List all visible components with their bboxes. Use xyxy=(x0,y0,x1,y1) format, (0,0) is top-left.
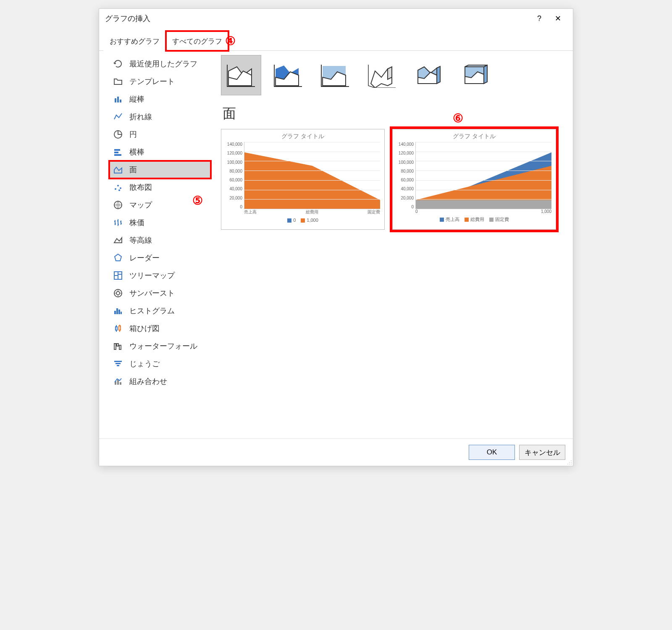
y-axis: 140,000 120,000 100,000 80,000 60,000 40… xyxy=(226,142,244,209)
chart-category-sidebar: 最近使用したグラフ テンプレート 縦棒 折れ線 円 横棒 xyxy=(99,51,213,438)
sidebar-item-recent[interactable]: 最近使用したグラフ xyxy=(109,55,211,73)
subtype-area-2d[interactable] xyxy=(221,55,261,95)
svg-rect-31 xyxy=(120,382,121,385)
svg-rect-2 xyxy=(120,100,121,102)
svg-marker-13 xyxy=(115,254,121,261)
chart-content-area: 面 ⑥ グラフ タイトル 140,000 120,000 100,000 80,… xyxy=(213,51,573,438)
svg-rect-21 xyxy=(116,327,117,330)
area-chart-icon xyxy=(113,164,123,175)
tab-recommended[interactable]: おすすめグラフ xyxy=(103,31,166,51)
legend-swatch xyxy=(287,218,291,223)
svg-point-11 xyxy=(118,189,120,191)
sidebar-item-histogram[interactable]: ヒストグラム xyxy=(109,302,211,320)
recent-icon xyxy=(113,58,123,69)
scatter-chart-icon xyxy=(113,182,123,193)
sidebar-item-label: テンプレート xyxy=(129,76,175,87)
subtype-area-3d-stacked[interactable] xyxy=(409,55,449,95)
sidebar-item-templates[interactable]: テンプレート xyxy=(109,73,211,90)
sidebar-item-surface[interactable]: 等高線 xyxy=(109,231,211,249)
annotation-5: ⑤ xyxy=(192,194,203,207)
box-whisker-icon xyxy=(113,323,123,334)
sidebar-item-pie[interactable]: 円 xyxy=(109,126,211,143)
svg-marker-36 xyxy=(416,200,551,209)
column-chart-icon xyxy=(113,94,123,105)
sidebar-item-combo[interactable]: 組み合わせ xyxy=(109,373,211,390)
sidebar-item-label: 最近使用したグラフ xyxy=(129,59,197,69)
annotation-6: ⑥ xyxy=(453,111,463,125)
sidebar-item-treemap[interactable]: ツリーマップ xyxy=(109,267,211,284)
svg-rect-27 xyxy=(116,363,121,364)
y-axis: 140,000 120,000 100,000 80,000 60,000 40… xyxy=(397,142,415,209)
svg-rect-24 xyxy=(117,344,118,346)
svg-point-9 xyxy=(117,185,119,186)
svg-rect-1 xyxy=(117,97,119,102)
sidebar-item-label: サンバースト xyxy=(129,288,175,298)
sidebar-item-radar[interactable]: レーダー xyxy=(109,249,211,267)
subtype-area-3d-100stacked[interactable] xyxy=(456,55,496,95)
sidebar-item-boxwhisker[interactable]: 箱ひげ図 xyxy=(109,320,211,337)
area-series xyxy=(416,142,551,209)
histogram-icon xyxy=(113,305,123,316)
sidebar-item-label: じょうご xyxy=(129,359,160,369)
dialog-title: グラフの挿入 xyxy=(105,13,530,24)
svg-rect-30 xyxy=(117,380,119,385)
svg-point-10 xyxy=(120,187,121,189)
sidebar-item-label: ウォーターフォール xyxy=(129,341,197,351)
sidebar-item-area[interactable]: 面 xyxy=(109,161,211,178)
bar-chart-icon xyxy=(113,147,123,158)
tab-all-charts[interactable]: すべてのグラフ xyxy=(166,31,228,51)
radar-chart-icon xyxy=(113,252,123,263)
dialog-footer: OK キャンセル xyxy=(99,438,573,466)
plot-area xyxy=(244,142,380,209)
svg-point-42 xyxy=(571,464,572,465)
area-series-orange xyxy=(244,142,380,209)
x-axis: 売上高 総費用 固定費 xyxy=(244,209,380,215)
section-title: 面 xyxy=(223,105,564,123)
sidebar-item-funnel[interactable]: じょうご xyxy=(109,355,211,373)
subtype-area-100stacked[interactable] xyxy=(315,55,355,95)
subtype-area-stacked[interactable] xyxy=(268,55,308,95)
svg-point-37 xyxy=(571,460,572,461)
close-button[interactable]: ✕ xyxy=(549,12,567,25)
sidebar-item-bar[interactable]: 横棒 xyxy=(109,143,211,161)
ok-button[interactable]: OK xyxy=(469,445,515,460)
chart-preview-1[interactable]: グラフ タイトル 140,000 120,000 100,000 80,000 … xyxy=(221,129,385,230)
cancel-button[interactable]: キャンセル xyxy=(519,445,565,460)
subtype-area-3d[interactable] xyxy=(362,55,402,95)
sidebar-item-label: ツリーマップ xyxy=(129,270,175,281)
sidebar-item-label: 等高線 xyxy=(129,235,152,245)
pie-chart-icon xyxy=(113,129,123,140)
sidebar-item-waterfall[interactable]: ウォーターフォール xyxy=(109,337,211,355)
svg-point-41 xyxy=(569,464,570,465)
svg-rect-22 xyxy=(119,326,121,330)
sidebar-item-line[interactable]: 折れ線 xyxy=(109,108,211,126)
svg-rect-20 xyxy=(121,312,122,314)
sidebar-item-label: 散布図 xyxy=(129,182,152,192)
svg-rect-28 xyxy=(117,365,119,366)
help-button[interactable]: ? xyxy=(530,12,549,25)
tab-bar: おすすめグラフ すべてのグラフ ④ xyxy=(99,31,573,51)
line-chart-icon xyxy=(113,111,123,122)
sidebar-item-label: 縦棒 xyxy=(129,94,144,104)
svg-point-40 xyxy=(567,464,568,465)
svg-rect-26 xyxy=(114,361,122,362)
sidebar-item-label: 面 xyxy=(129,165,137,175)
sidebar-item-label: 折れ線 xyxy=(129,112,152,122)
chart-title: グラフ タイトル xyxy=(397,133,551,140)
chart-preview-2[interactable]: グラフ タイトル 140,000 120,000 100,000 80,000 … xyxy=(392,129,556,230)
sidebar-item-label: レーダー xyxy=(129,253,160,263)
combo-chart-icon xyxy=(113,376,123,387)
folder-icon xyxy=(113,76,123,87)
sidebar-item-column[interactable]: 縦棒 xyxy=(109,90,211,108)
svg-rect-19 xyxy=(118,310,120,314)
sidebar-item-stock[interactable]: 株価 xyxy=(109,214,211,231)
svg-rect-5 xyxy=(114,152,118,153)
svg-rect-25 xyxy=(119,345,121,349)
titlebar: グラフの挿入 ? ✕ xyxy=(99,9,573,31)
chart-subtype-toolbar xyxy=(221,55,564,95)
sidebar-item-sunburst[interactable]: サンバースト xyxy=(109,284,211,302)
resize-grip[interactable] xyxy=(566,459,572,465)
svg-point-39 xyxy=(571,462,572,463)
sidebar-item-label: ヒストグラム xyxy=(129,306,175,316)
svg-point-16 xyxy=(116,291,120,295)
